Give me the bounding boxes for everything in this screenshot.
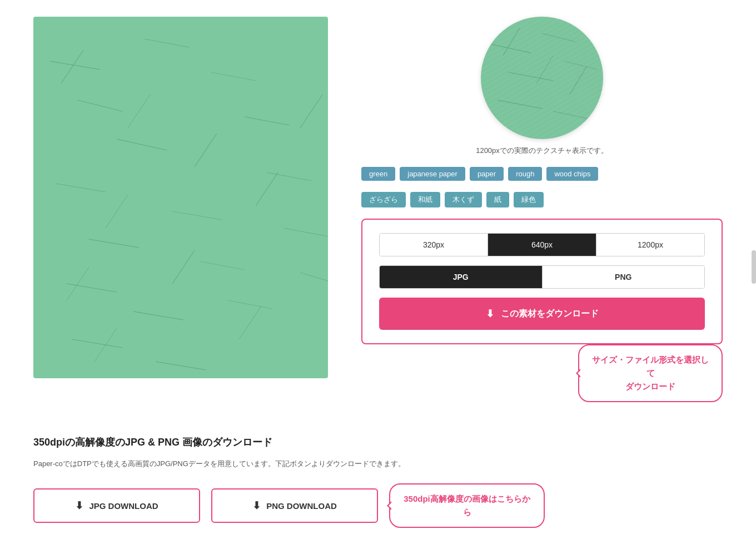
svg-line-15	[228, 300, 272, 309]
tag-green[interactable]: green	[361, 167, 395, 181]
svg-line-22	[256, 172, 278, 206]
size-320-button[interactable]: 320px	[380, 234, 488, 256]
svg-line-2	[78, 100, 122, 111]
tooltip-bottom-text: 350dpi高解像度の画像はこちらから	[404, 494, 530, 517]
main-content: 1200pxでの実際のテクスチャ表示です。 green japanese pap…	[33, 11, 723, 402]
tags-row-1: green japanese paper paper rough wood ch…	[361, 167, 723, 181]
tooltip-right: サイズ・ファイル形式を選択して ダウンロード	[578, 344, 723, 402]
tag-kokuzu[interactable]: 木くず	[445, 192, 482, 207]
format-png-button[interactable]: PNG	[543, 266, 705, 288]
png-download-label: PNG DOWNLOAD	[266, 501, 337, 511]
format-jpg-button[interactable]: JPG	[380, 266, 543, 288]
svg-line-31	[564, 61, 598, 70]
jpg-download-label: JPG DOWNLOAD	[89, 501, 158, 511]
svg-line-26	[300, 95, 322, 128]
svg-line-11	[200, 261, 245, 270]
svg-line-34	[503, 28, 520, 56]
svg-line-5	[56, 184, 106, 192]
tooltip-right-line1: サイズ・ファイル形式を選択して	[592, 355, 709, 378]
circle-preview-wrap: 1200pxでの実際のテクスチャ表示です。	[361, 17, 723, 156]
tooltip-bottom: 350dpi高解像度の画像はこちらから	[389, 483, 545, 528]
size-640-button[interactable]: 640px	[488, 234, 596, 256]
tags-row-2: ざらざら 和紙 木くず 紙 緑色	[361, 192, 723, 207]
bottom-section: 350dpiの高解像度のJPG & PNG 画像のダウンロード Paper-co…	[33, 424, 723, 528]
svg-line-3	[211, 72, 256, 81]
svg-line-4	[117, 139, 167, 150]
jpg-download-icon: ⬇	[75, 500, 83, 512]
circle-preview	[481, 17, 603, 139]
tag-zarazara[interactable]: ざらざら	[361, 192, 406, 207]
svg-line-21	[106, 195, 128, 228]
jpg-download-button[interactable]: ⬇ JPG DOWNLOAD	[33, 488, 200, 523]
svg-line-16	[156, 362, 206, 370]
svg-line-17	[300, 273, 328, 281]
png-download-icon: ⬇	[252, 500, 261, 512]
tooltip-right-line2: ダウンロード	[625, 382, 675, 391]
svg-line-1	[145, 39, 189, 47]
main-download-label: この素材をダウンロード	[501, 308, 599, 320]
svg-line-27	[94, 328, 117, 362]
tag-midori[interactable]: 緑色	[514, 192, 544, 207]
png-download-button[interactable]: ⬇ PNG DOWNLOAD	[211, 488, 378, 523]
svg-line-36	[570, 67, 586, 95]
svg-line-6	[245, 117, 289, 125]
tag-rough[interactable]: rough	[508, 167, 542, 181]
bottom-section-title: 350dpiの高解像度のJPG & PNG 画像のダウンロード	[33, 436, 723, 449]
size-options: 320px 640px 1200px	[379, 233, 705, 256]
tag-paper[interactable]: paper	[470, 167, 504, 181]
size-1200-button[interactable]: 1200px	[596, 234, 704, 256]
svg-line-23	[67, 267, 89, 300]
tag-washi[interactable]: 和紙	[410, 192, 440, 207]
svg-line-14	[72, 339, 122, 348]
tag-kami[interactable]: 紙	[486, 192, 509, 207]
download-box: 320px 640px 1200px JPG PNG ⬇ この素材をダウンロード	[361, 219, 723, 344]
svg-line-30	[509, 72, 553, 81]
scrollbar[interactable]	[752, 250, 756, 284]
svg-line-12	[133, 312, 183, 320]
svg-line-7	[172, 211, 222, 220]
bottom-downloads: ⬇ JPG DOWNLOAD ⬇ PNG DOWNLOAD 350dpi高解像度…	[33, 483, 723, 528]
svg-line-13	[284, 228, 328, 236]
page-wrapper: 1200pxでの実際のテクスチャ表示です。 green japanese pap…	[0, 0, 756, 534]
svg-line-20	[195, 134, 217, 167]
svg-line-32	[498, 100, 542, 108]
svg-line-24	[172, 250, 195, 284]
texture-image	[33, 17, 328, 378]
format-options: JPG PNG	[379, 265, 705, 289]
svg-line-33	[553, 111, 592, 120]
svg-line-25	[239, 306, 261, 339]
svg-line-28	[492, 44, 531, 53]
info-panel: 1200pxでの実際のテクスチャ表示です。 green japanese pap…	[361, 17, 723, 402]
texture-image-container	[33, 17, 328, 378]
tag-wood-chips[interactable]: wood chips	[546, 167, 598, 181]
bottom-section-desc: Paper-coではDTPでも使える高画質のJPG/PNGデータを用意しています…	[33, 458, 723, 470]
svg-line-8	[89, 239, 139, 248]
circle-caption: 1200pxでの実際のテクスチャ表示です。	[476, 146, 608, 156]
tag-japanese-paper[interactable]: japanese paper	[400, 167, 465, 181]
svg-line-18	[61, 50, 83, 83]
svg-line-29	[542, 33, 575, 42]
download-icon: ⬇	[486, 308, 494, 320]
svg-line-10	[67, 284, 117, 292]
main-download-button[interactable]: ⬇ この素材をダウンロード	[379, 298, 705, 330]
svg-line-19	[128, 95, 150, 128]
